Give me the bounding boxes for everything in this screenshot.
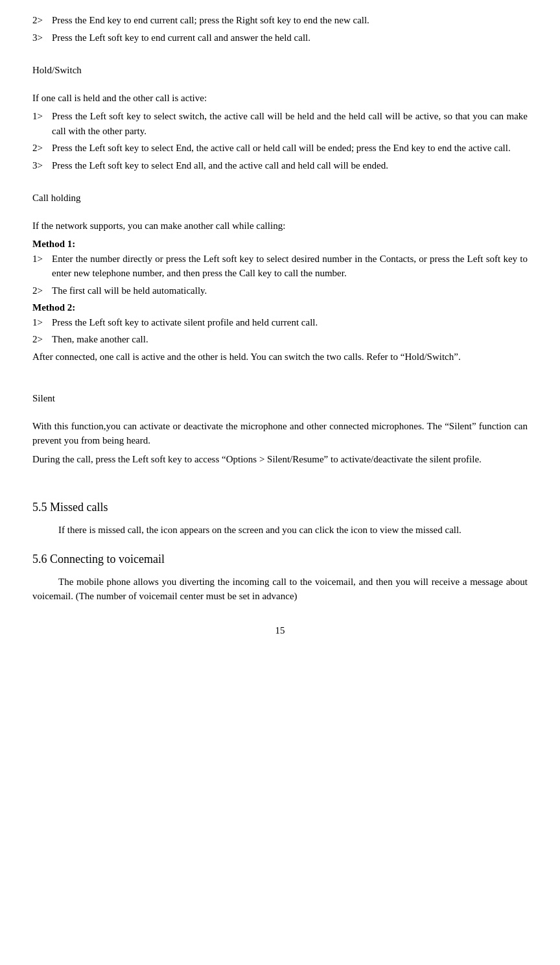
list-item: 3> Press the Left soft key to select End… <box>32 158 528 173</box>
call-holding-intro: If the network supports, you can make an… <box>32 219 528 233</box>
list-item: 1> Enter the number directly or press th… <box>32 252 528 281</box>
list-num: 1> <box>32 252 52 281</box>
silent-para1: With this function,you can activate or d… <box>32 419 528 448</box>
missed-calls-para: If there is missed call, the icon appear… <box>32 523 528 538</box>
list-text: Press the Left soft key to select End al… <box>52 158 528 173</box>
list-num: 3> <box>32 158 52 173</box>
list-item: 2> The first call will be held automatic… <box>32 283 528 298</box>
page-content: 2> Press the End key to end current call… <box>32 13 528 637</box>
list-num: 1> <box>32 315 52 330</box>
silent-section: Silent With this function,you can activa… <box>32 391 528 466</box>
list-text: Enter the number directly or press the L… <box>52 252 528 281</box>
list-text: Then, make another call. <box>52 332 528 347</box>
list-num: 3> <box>32 30 52 45</box>
hold-switch-title: Hold/Switch <box>32 63 528 78</box>
hold-switch-intro: If one call is held and the other call i… <box>32 91 528 106</box>
list-num: 1> <box>32 109 52 138</box>
silent-para2: During the call, press the Left soft key… <box>32 452 528 467</box>
list-text: Press the Left soft key to select End, t… <box>52 141 528 156</box>
list-text: The first call will be held automaticall… <box>52 283 528 298</box>
list-item: 3> Press the Left soft key to end curren… <box>32 30 528 45</box>
list-item: 1> Press the Left soft key to activate s… <box>32 315 528 330</box>
list-text: Press the End key to end current call; p… <box>52 13 528 28</box>
method1-label: Method 1: <box>32 237 528 252</box>
list-item: 1> Press the Left soft key to select swi… <box>32 109 528 138</box>
list-num: 2> <box>32 141 52 156</box>
call-holding-title: Call holding <box>32 191 528 206</box>
list-num: 2> <box>32 13 52 28</box>
list-item: 2> Then, make another call. <box>32 332 528 347</box>
hold-switch-section: Hold/Switch If one call is held and the … <box>32 63 528 173</box>
voicemail-section: 5.6 Connecting to voicemail The mobile p… <box>32 551 528 604</box>
voicemail-para: The mobile phone allows you diverting th… <box>32 575 528 604</box>
silent-title: Silent <box>32 391 528 406</box>
list-group-1: 2> Press the End key to end current call… <box>32 13 528 45</box>
list-text: Press the Left soft key to end current c… <box>52 30 528 45</box>
missed-calls-section: 5.5 Missed calls If there is missed call… <box>32 499 528 538</box>
method2-label: Method 2: <box>32 300 528 315</box>
list-num: 2> <box>32 283 52 298</box>
list-text: Press the Left soft key to activate sile… <box>52 315 528 330</box>
voicemail-heading: 5.6 Connecting to voicemail <box>32 551 528 568</box>
list-item: 2> Press the Left soft key to select End… <box>32 141 528 156</box>
list-text: Press the Left soft key to select switch… <box>52 109 528 138</box>
call-holding-section: Call holding If the network supports, yo… <box>32 191 528 364</box>
after-connected-text: After connected, one call is active and … <box>32 350 528 364</box>
page-number: 15 <box>32 623 528 638</box>
missed-calls-heading: 5.5 Missed calls <box>32 499 528 516</box>
list-num: 2> <box>32 332 52 347</box>
list-item: 2> Press the End key to end current call… <box>32 13 528 28</box>
